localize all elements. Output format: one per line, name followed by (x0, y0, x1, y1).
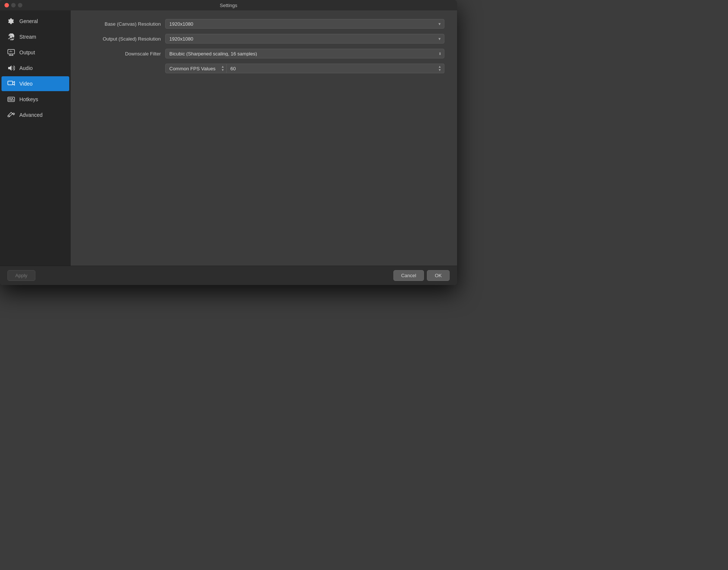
sidebar-item-general[interactable]: General (1, 14, 69, 29)
bottom-left-buttons: Apply (7, 270, 35, 281)
minimize-button[interactable] (11, 3, 16, 7)
hotkeys-icon (7, 96, 15, 103)
svg-rect-15 (13, 100, 14, 101)
sidebar-item-stream[interactable]: Stream (1, 29, 69, 44)
main-content: General Stream (0, 10, 457, 266)
advanced-icon (7, 111, 15, 119)
svg-line-0 (8, 37, 11, 39)
fps-type-wrapper: Common FPS Values Integer FPS Value Frac… (165, 64, 227, 73)
sidebar-item-advanced[interactable]: Advanced (1, 108, 69, 122)
downscale-filter-label: Downscale Filter (80, 51, 165, 57)
base-resolution-select-wrapper: 1920x1080 1280x720 2560x1440 3840x2160 ▼ (165, 19, 444, 29)
output-icon (7, 49, 15, 56)
svg-rect-1 (8, 49, 15, 54)
base-resolution-label: Base (Canvas) Resolution (80, 21, 165, 27)
video-icon (7, 80, 15, 87)
close-button[interactable] (4, 3, 9, 7)
svg-rect-13 (9, 100, 10, 101)
stream-icon (7, 33, 15, 41)
svg-line-16 (9, 112, 11, 115)
settings-form: Base (Canvas) Resolution 1920x1080 1280x… (80, 18, 448, 74)
svg-rect-12 (12, 98, 13, 99)
sidebar-item-hotkeys[interactable]: Hotkeys (1, 92, 69, 107)
output-resolution-control: 1920x1080 1280x720 2560x1440 3840x2160 ▼ (165, 34, 444, 44)
sidebar-item-video-label: Video (19, 81, 33, 87)
traffic-lights (4, 3, 22, 7)
sidebar-item-hotkeys-label: Hotkeys (19, 96, 38, 102)
output-resolution-row: Output (Scaled) Resolution 1920x1080 128… (80, 33, 448, 45)
svg-rect-10 (9, 98, 10, 99)
svg-rect-8 (8, 81, 13, 85)
base-resolution-select[interactable]: 1920x1080 1280x720 2560x1440 3840x2160 (165, 19, 444, 29)
fps-type-select[interactable]: Common FPS Values Integer FPS Value Frac… (165, 64, 227, 73)
output-resolution-select-wrapper: 1920x1080 1280x720 2560x1440 3840x2160 ▼ (165, 34, 444, 44)
maximize-button[interactable] (18, 3, 22, 7)
window-title: Settings (220, 3, 237, 8)
svg-rect-11 (10, 98, 12, 99)
svg-point-19 (8, 115, 9, 117)
output-resolution-select[interactable]: 1920x1080 1280x720 2560x1440 3840x2160 (165, 34, 444, 44)
svg-rect-9 (8, 97, 15, 102)
fps-control: Common FPS Values Integer FPS Value Frac… (165, 64, 444, 73)
svg-rect-14 (10, 100, 12, 101)
ok-button[interactable]: OK (427, 270, 450, 281)
sidebar-item-advanced-label: Advanced (19, 112, 42, 118)
svg-point-20 (13, 113, 15, 115)
gear-icon (7, 17, 15, 25)
sidebar-item-video[interactable]: Video (1, 76, 69, 91)
sidebar-item-stream-label: Stream (19, 34, 36, 40)
downscale-filter-row: Downscale Filter Bicubic (Sharpened scal… (80, 48, 448, 60)
output-resolution-label: Output (Scaled) Resolution (80, 36, 165, 42)
fps-row: Common FPS Values Integer FPS Value Frac… (80, 63, 448, 74)
fps-value-wrapper: 60 30 24 120 144 ▲ ▼ (227, 64, 444, 73)
downscale-filter-control: Bicubic (Sharpened scaling, 16 samples) … (165, 49, 444, 58)
fps-value-select[interactable]: 60 30 24 120 144 (227, 64, 444, 73)
sidebar-item-output-label: Output (19, 49, 35, 55)
fps-controls: Common FPS Values Integer FPS Value Frac… (165, 64, 444, 73)
sidebar-item-audio-label: Audio (19, 65, 33, 71)
sidebar-item-audio[interactable]: Audio (1, 61, 69, 76)
bottom-right-buttons: Cancel OK (393, 270, 450, 281)
content-area: Base (Canvas) Resolution 1920x1080 1280x… (71, 10, 457, 266)
sidebar-item-output[interactable]: Output (1, 45, 69, 60)
apply-button[interactable]: Apply (7, 270, 35, 281)
sidebar: General Stream (0, 10, 71, 266)
cancel-button[interactable]: Cancel (393, 270, 424, 281)
bottom-bar: Apply Cancel OK (0, 266, 457, 285)
downscale-filter-select-wrapper: Bicubic (Sharpened scaling, 16 samples) … (165, 49, 444, 58)
downscale-filter-select[interactable]: Bicubic (Sharpened scaling, 16 samples) … (165, 49, 444, 58)
audio-icon (7, 64, 15, 72)
sidebar-item-general-label: General (19, 18, 38, 24)
titlebar: Settings (0, 0, 457, 10)
base-resolution-row: Base (Canvas) Resolution 1920x1080 1280x… (80, 18, 448, 30)
base-resolution-control: 1920x1080 1280x720 2560x1440 3840x2160 ▼ (165, 19, 444, 29)
